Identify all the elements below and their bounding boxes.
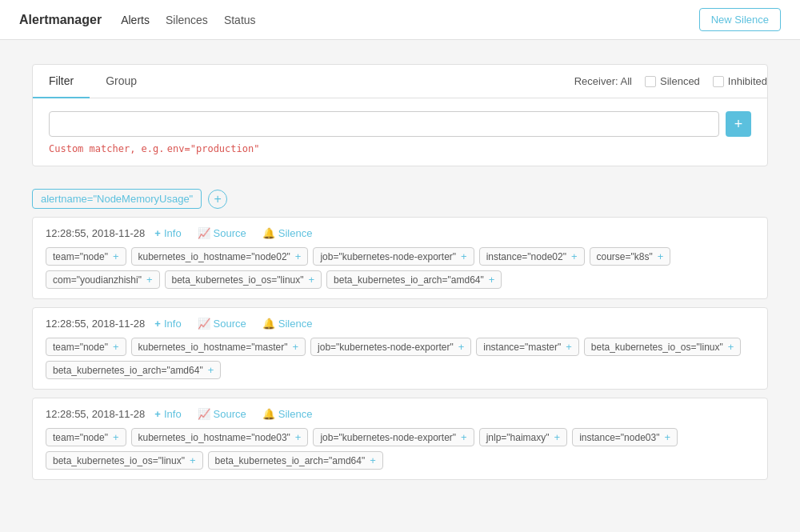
alert-info-1[interactable]: + Info: [148, 318, 187, 330]
tab-group[interactable]: Group: [90, 65, 153, 98]
nav-alerts[interactable]: Alerts: [121, 14, 150, 26]
filter-controls: + Custom matcher, e.g. env="production": [33, 98, 767, 166]
inhibited-label: Inhibited: [728, 75, 767, 87]
tag-1-5: beta_kubernetes_io_arch="amd64"+: [46, 361, 221, 379]
alert-meta-2: 12:28:55, 2018-11-28 + Info 📈 Source 🔔 S…: [46, 408, 754, 420]
tag-0-2: job="kubernetes-node-exporter"+: [313, 247, 474, 266]
silenced-checkbox-box[interactable]: [645, 76, 656, 87]
navbar-brand: Alertmanager: [19, 13, 102, 27]
tag-0-4: course="k8s"+: [590, 247, 671, 266]
tags-row-0: team="node"+ kubernetes_io_hostname="nod…: [46, 247, 754, 289]
tag-2-5: beta_kubernetes_io_os="linux"+: [46, 451, 203, 470]
tag-1-4: beta_kubernetes_io_os="linux"+: [584, 338, 742, 356]
tag-plus-1-0[interactable]: +: [113, 341, 119, 353]
tags-row-1: team="node"+ kubernetes_io_hostname="mas…: [46, 338, 754, 379]
info-icon-1: +: [154, 318, 161, 330]
group-add-button[interactable]: +: [208, 190, 227, 209]
group-label-row: alertname="NodeMemoryUsage" +: [32, 189, 768, 209]
alert-silence-2[interactable]: 🔔 Silence: [256, 408, 319, 420]
hint-text: Custom matcher, e.g.: [49, 143, 165, 154]
tag-plus-1-4[interactable]: +: [728, 341, 734, 353]
tag-plus-0-0[interactable]: +: [113, 250, 119, 262]
tag-plus-2-1[interactable]: +: [295, 431, 302, 443]
tag-plus-0-1[interactable]: +: [295, 250, 302, 262]
inhibited-checkbox-box[interactable]: [713, 76, 724, 87]
tag-plus-1-2[interactable]: +: [458, 341, 465, 353]
tag-2-1: kubernetes_io_hostname="node03"+: [131, 428, 309, 446]
tag-0-1: kubernetes_io_hostname="node02"+: [131, 247, 309, 266]
source-icon-2: 📈: [198, 408, 210, 420]
tag-plus-0-6[interactable]: +: [309, 274, 315, 286]
alert-item-0: 12:28:55, 2018-11-28 + Info 📈 Source 🔔 S…: [32, 217, 768, 299]
tag-0-0: team="node"+: [46, 247, 126, 266]
navbar: Alertmanager Alerts Silences Status New …: [0, 0, 800, 40]
filter-tabs: Filter Group: [33, 65, 574, 98]
group-label-tag[interactable]: alertname="NodeMemoryUsage": [32, 189, 202, 209]
alert-meta-1: 12:28:55, 2018-11-28 + Info 📈 Source 🔔 S…: [46, 318, 754, 330]
alert-source-1[interactable]: 📈 Source: [191, 318, 253, 330]
tag-2-0: team="node"+: [46, 428, 126, 446]
alert-item-1: 12:28:55, 2018-11-28 + Info 📈 Source 🔔 S…: [32, 307, 768, 390]
tag-plus-2-0[interactable]: +: [113, 431, 119, 443]
tab-filter[interactable]: Filter: [33, 65, 90, 98]
source-label-0: Source: [214, 227, 246, 239]
silence-label-1: Silence: [278, 318, 313, 330]
source-label-1: Source: [214, 318, 246, 330]
main-content: Filter Group Receiver: All Silenced Inhi…: [0, 40, 800, 520]
tag-0-3: instance="node02"+: [479, 247, 585, 266]
tag-plus-2-2[interactable]: +: [461, 431, 467, 443]
tag-plus-1-3[interactable]: +: [566, 341, 572, 353]
tag-2-6: beta_kubernetes_io_arch="amd64"+: [208, 451, 383, 470]
source-icon-1: 📈: [198, 318, 210, 330]
filter-card: Filter Group Receiver: All Silenced Inhi…: [32, 64, 768, 166]
tag-plus-1-1[interactable]: +: [292, 341, 298, 353]
alert-item-2: 12:28:55, 2018-11-28 + Info 📈 Source 🔔 S…: [32, 398, 768, 480]
add-matcher-button[interactable]: +: [726, 111, 751, 137]
tags-row-2: team="node"+ kubernetes_io_hostname="nod…: [46, 428, 754, 470]
alert-group-0: alertname="NodeMemoryUsage" + 12:28:55, …: [32, 189, 768, 480]
alert-info-0[interactable]: + Info: [148, 227, 187, 239]
silence-icon-1: 🔔: [262, 318, 275, 330]
silence-icon-0: 🔔: [262, 227, 275, 239]
alert-source-2[interactable]: 📈 Source: [191, 408, 253, 420]
silence-label-2: Silence: [278, 408, 313, 420]
alert-source-0[interactable]: 📈 Source: [191, 227, 253, 239]
tag-1-2: job="kubernetes-node-exporter"+: [310, 338, 471, 356]
alert-timestamp-1: 12:28:55, 2018-11-28: [46, 318, 145, 330]
tag-1-3: instance="master"+: [476, 338, 579, 356]
info-label-1: Info: [164, 318, 182, 330]
navbar-links: Alerts Silences Status: [121, 14, 255, 26]
tag-plus-2-5[interactable]: +: [190, 454, 196, 466]
tag-plus-0-5[interactable]: +: [146, 274, 153, 286]
tag-1-0: team="node"+: [46, 338, 126, 356]
silence-label-0: Silence: [278, 227, 313, 239]
source-icon-0: 📈: [198, 227, 210, 239]
tag-0-6: beta_kubernetes_io_os="linux"+: [165, 270, 322, 289]
alert-silence-0[interactable]: 🔔 Silence: [256, 227, 319, 239]
info-label-0: Info: [164, 227, 182, 239]
nav-status[interactable]: Status: [224, 14, 256, 26]
tag-1-1: kubernetes_io_hostname="master"+: [131, 338, 306, 356]
tag-plus-0-4[interactable]: +: [658, 250, 664, 262]
alert-timestamp-0: 12:28:55, 2018-11-28: [46, 227, 145, 239]
tag-plus-0-3[interactable]: +: [571, 250, 578, 262]
nav-silences[interactable]: Silences: [166, 14, 208, 26]
alert-timestamp-2: 12:28:55, 2018-11-28: [46, 408, 145, 420]
alert-meta-0: 12:28:55, 2018-11-28 + Info 📈 Source 🔔 S…: [46, 227, 754, 239]
alert-info-2[interactable]: + Info: [148, 408, 187, 420]
new-silence-button[interactable]: New Silence: [699, 8, 781, 31]
tag-plus-1-5[interactable]: +: [208, 364, 214, 376]
custom-matcher-hint: Custom matcher, e.g. env="production": [49, 143, 751, 154]
tag-2-2: job="kubernetes-node-exporter"+: [313, 428, 474, 446]
alert-silence-1[interactable]: 🔔 Silence: [256, 318, 319, 330]
tag-plus-2-3[interactable]: +: [554, 431, 561, 443]
silenced-checkbox[interactable]: Silenced: [645, 75, 700, 87]
tag-plus-2-4[interactable]: +: [664, 431, 670, 443]
tag-plus-0-7[interactable]: +: [489, 274, 495, 286]
tag-plus-0-2[interactable]: +: [461, 250, 467, 262]
tag-plus-2-6[interactable]: +: [370, 454, 376, 466]
search-input[interactable]: [49, 111, 719, 137]
receiver-controls: Receiver: All Silenced Inhibited: [574, 67, 767, 95]
tag-0-5: com="youdianzhishi"+: [46, 270, 160, 289]
inhibited-checkbox[interactable]: Inhibited: [713, 75, 767, 87]
